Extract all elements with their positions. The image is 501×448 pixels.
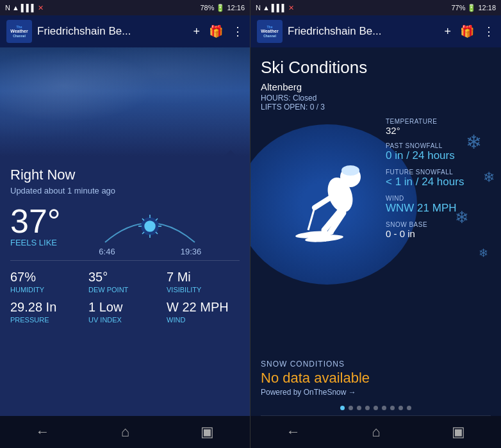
big-temperature: 37°	[10, 204, 61, 238]
dot-1[interactable]	[340, 406, 345, 410]
right-top-bar: The Weather Channel Friedrichshain Be...…	[250, 15, 501, 47]
right-status-bar: N ▲ ▌▌▌ ✕ 77% 🔋 12:18	[250, 0, 501, 15]
left-main-content: Right Now Updated about 1 minute ago 37°…	[0, 156, 250, 416]
back-button[interactable]: ←	[36, 424, 50, 440]
svg-line-8	[142, 232, 144, 234]
right-bottom-nav: ← ⌂ ▣	[250, 416, 501, 448]
pressure-label: PRESSURE	[10, 316, 83, 324]
right-location[interactable]: Friedrichshain Be...	[288, 25, 439, 38]
skier-svg	[276, 137, 404, 265]
dew-point-value: 35°	[88, 270, 161, 285]
temperature-stat: TEMPERATURE 32°	[386, 118, 495, 136]
right-menu-button[interactable]: ⋮	[483, 24, 495, 38]
snow-base-label: SNOW BASE	[386, 221, 495, 228]
future-snowfall-value: < 1 in / 24 hours	[386, 176, 495, 188]
x-signal-icon-r: ✕	[288, 4, 294, 12]
right-battery-icon: 🔋	[467, 4, 476, 12]
sunrise-time: 6:46	[99, 247, 115, 256]
nfc-icon-r: N	[256, 4, 261, 12]
menu-button[interactable]: ⋮	[232, 24, 243, 38]
arc-times: 6:46 19:36	[99, 247, 201, 256]
right-weather-logo: The Weather Channel	[257, 20, 283, 43]
left-status-bar: N ▲ ▌▌▌ ✕ 78% 🔋 12:16	[0, 0, 250, 15]
ski-illustration: ❄ ❄ ❄ ❄ TEMPERATURE 32° PAST SNOWFALL 0 …	[250, 118, 501, 297]
dot-3[interactable]	[357, 406, 361, 410]
snow-base-value: 0 - 0 in	[386, 228, 495, 239]
left-status-icons: N ▲ ▌▌▌ ✕	[5, 4, 44, 12]
recents-button[interactable]: ▣	[201, 424, 214, 440]
svg-line-14	[308, 208, 315, 230]
right-add-button[interactable]: +	[444, 25, 451, 38]
uv-stat: 1 Low UV INDEX	[88, 300, 161, 324]
dot-9[interactable]	[407, 406, 411, 410]
signal-icon: ▌▌▌	[21, 4, 36, 12]
right-back-button[interactable]: ←	[286, 424, 300, 440]
nfc-icon: N	[5, 4, 10, 12]
wind-ski-label: WIND	[386, 195, 495, 202]
battery-icon: 🔋	[216, 4, 225, 12]
past-snowfall-stat: PAST SNOWFALL 0 in / 24 hours	[386, 142, 495, 162]
sunset-time: 19:36	[181, 247, 202, 256]
past-snowfall-value: 0 in / 24 hours	[386, 149, 495, 162]
feels-like-label: FEELS LIKE	[10, 238, 61, 247]
dot-4[interactable]	[365, 406, 370, 410]
right-gift-button[interactable]: 🎁	[460, 24, 474, 38]
uv-label: UV INDEX	[88, 316, 161, 324]
right-now-title: Right Now	[10, 167, 240, 183]
svg-line-7	[156, 219, 158, 220]
right-home-button[interactable]: ⌂	[372, 424, 380, 440]
left-location[interactable]: Friedrichshain Be...	[37, 25, 188, 38]
gift-button[interactable]: 🎁	[209, 24, 223, 38]
svg-line-6	[142, 219, 144, 220]
ski-stats-panel: TEMPERATURE 32° PAST SNOWFALL 0 in / 24 …	[386, 118, 495, 245]
right-recents-button[interactable]: ▣	[452, 424, 465, 440]
dot-8[interactable]	[398, 406, 403, 410]
ski-conditions-title: Ski Conditions	[261, 58, 491, 78]
uv-value: 1 Low	[88, 300, 161, 315]
add-button[interactable]: +	[193, 25, 200, 38]
dot-5[interactable]	[374, 406, 378, 410]
future-snowfall-stat: FUTURE SNOWFALL < 1 in / 24 hours	[386, 169, 495, 188]
visibility-label: VISIBILITY	[167, 286, 240, 294]
skier-figure	[276, 137, 404, 265]
past-snowfall-label: PAST SNOWFALL	[386, 142, 495, 149]
humidity-label: HUMIDITY	[10, 286, 83, 294]
dot-2[interactable]	[349, 406, 353, 410]
divider-1	[10, 260, 240, 261]
wifi-icon: ▲	[12, 4, 19, 12]
weather-channel-logo: The Weather Channel	[6, 20, 32, 43]
pressure-value: 29.28 In	[10, 300, 83, 315]
weather-stats-grid: 67% HUMIDITY 35° DEW POINT 7 Mi VISIBILI…	[10, 270, 240, 324]
page-dots	[250, 401, 501, 415]
sun-arc-svg	[99, 207, 201, 245]
logo-line2: Weather	[10, 29, 28, 34]
temperature-row: 37° FEELS LIKE	[10, 204, 240, 258]
home-button[interactable]: ⌂	[121, 424, 129, 440]
weather-background	[0, 47, 250, 156]
scroll-indicator	[224, 150, 237, 156]
right-top-actions: + 🎁 ⋮	[444, 24, 495, 38]
left-bottom-nav: ← ⌂ ▣	[0, 416, 250, 448]
ski-hours: HOURS: Closed	[261, 94, 491, 103]
visibility-stat: 7 Mi VISIBILITY	[167, 270, 240, 294]
dot-6[interactable]	[382, 406, 386, 410]
dew-point-label: DEW POINT	[88, 286, 161, 294]
snow-conditions-section: SNOW CONDITIONS No data available Powere…	[250, 353, 501, 401]
wind-stat: W 22 MPH WIND	[167, 300, 240, 324]
powered-by-text: Powered by OnTheSnow →	[261, 388, 491, 397]
left-phone-panel: N ▲ ▌▌▌ ✕ 78% 🔋 12:16 The Weather Channe…	[0, 0, 250, 448]
dot-7[interactable]	[390, 406, 395, 410]
ski-resort-name: Altenberg	[261, 81, 491, 92]
right-time-display: 12:18	[478, 4, 496, 12]
ski-main-content: Ski Conditions Altenberg HOURS: Closed L…	[250, 47, 501, 353]
time-display: 12:16	[227, 4, 245, 12]
temperature-stat-value: 32°	[386, 125, 495, 136]
dew-point-stat: 35° DEW POINT	[88, 270, 161, 294]
x-signal-icon: ✕	[38, 4, 44, 12]
snow-conditions-value: No data available	[261, 370, 491, 386]
wind-value: W 22 MPH	[167, 300, 240, 315]
right-phone-panel: N ▲ ▌▌▌ ✕ 77% 🔋 12:18 The Weather Channe…	[250, 0, 501, 448]
future-snowfall-label: FUTURE SNOWFALL	[386, 169, 495, 176]
humidity-stat: 67% HUMIDITY	[10, 270, 83, 294]
signal-icon-r: ▌▌▌	[272, 4, 286, 12]
